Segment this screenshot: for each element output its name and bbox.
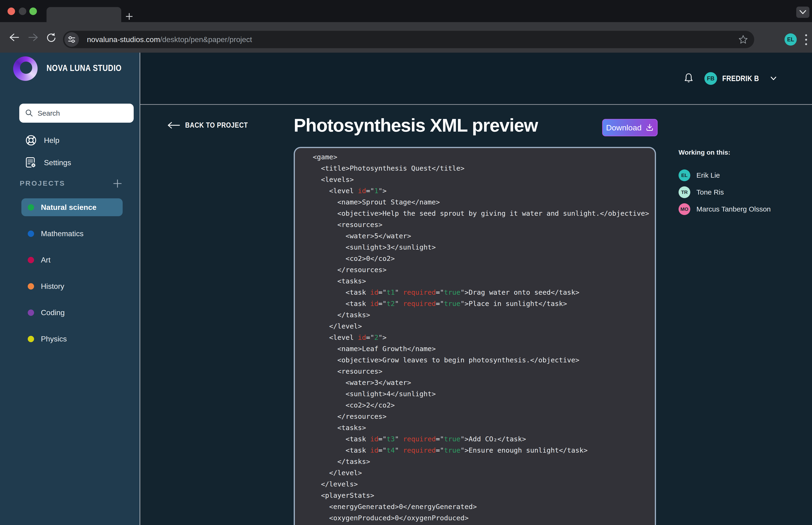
- site-settings-button[interactable]: [64, 32, 79, 47]
- project-label: Art: [41, 256, 50, 265]
- browser-tab-strip: [0, 0, 812, 22]
- sidebar-project-physics[interactable]: Physics: [21, 330, 123, 348]
- code-line: <objective>Grow leaves to begin photosyn…: [313, 355, 655, 366]
- code-line: <game>: [313, 151, 655, 163]
- browser-tab-active[interactable]: [47, 7, 121, 22]
- window-zoom-button[interactable]: [29, 7, 37, 15]
- chevron-down-icon: [799, 10, 807, 15]
- member-avatar: EL: [678, 169, 690, 181]
- user-name: FREDRIK B: [722, 74, 759, 83]
- code-line: </levels>: [313, 479, 655, 490]
- app-window: NOVA LUNA STUDIO Help: [0, 52, 812, 525]
- member-name: Tone Ris: [696, 188, 724, 196]
- notifications-button[interactable]: [683, 73, 694, 84]
- code-line: <title>Photosynthesis Quest</title>: [313, 163, 655, 174]
- reload-button[interactable]: [46, 32, 57, 43]
- back-button[interactable]: [9, 32, 20, 43]
- xml-preview-code[interactable]: <game> <title>Photosynthesis Quest</titl…: [294, 147, 656, 525]
- window-minimize-button[interactable]: [19, 7, 26, 15]
- sidebar-item-settings[interactable]: Settings: [25, 154, 71, 171]
- code-line: </resources>: [313, 411, 655, 422]
- bookmark-button[interactable]: [738, 34, 748, 44]
- code-line: <levels>: [313, 174, 655, 185]
- code-line: <sunlight>3</sunlight>: [313, 242, 655, 253]
- code-line: </level>: [313, 467, 655, 479]
- sidebar-project-coding[interactable]: Coding: [21, 304, 123, 321]
- left-arrow-icon: [167, 122, 181, 129]
- code-line: <resources>: [313, 366, 655, 377]
- url-text[interactable]: novaluna-studios.com/desktop/pen&paper/p…: [87, 35, 252, 44]
- member-row: TRTone Ris: [678, 186, 810, 199]
- address-bar[interactable]: novaluna-studios.com/desktop/pen&paper/p…: [63, 31, 754, 48]
- sidebar: NOVA LUNA STUDIO Help: [0, 52, 140, 525]
- browser-toolbar: novaluna-studios.com/desktop/pen&paper/p…: [0, 22, 812, 52]
- project-label: Natural science: [41, 203, 96, 212]
- search-input[interactable]: [37, 109, 122, 117]
- download-label: Download: [606, 123, 641, 132]
- search-box[interactable]: [19, 104, 134, 123]
- code-line: <water>5</water>: [313, 230, 655, 242]
- forward-arrow-icon: [28, 33, 39, 42]
- sidebar-item-label: Help: [44, 136, 59, 145]
- project-label: Coding: [41, 308, 65, 317]
- project-label: Physics: [41, 335, 67, 343]
- chevron-down-icon: [770, 76, 777, 80]
- user-menu-button[interactable]: [770, 76, 777, 80]
- browser-profile-avatar[interactable]: EL: [784, 33, 797, 46]
- code-line: </tasks>: [313, 309, 655, 320]
- app-topbar: FB FREDRIK B: [140, 52, 812, 105]
- project-color-dot: [28, 204, 34, 211]
- sidebar-project-natural-science[interactable]: Natural science: [21, 198, 123, 216]
- code-line: <level id="2">: [313, 332, 655, 343]
- bell-icon: [683, 73, 694, 84]
- download-button[interactable]: Download: [602, 119, 658, 136]
- member-list: ELErik LieTRTone RisMOMarcus Tanberg Ols…: [678, 169, 810, 216]
- nova-luna-logo: [13, 56, 37, 81]
- code-line: <co2>2</co2>: [313, 400, 655, 411]
- page-title: Photosynthesis XML preview: [294, 112, 538, 138]
- user-avatar[interactable]: FB: [704, 72, 717, 85]
- back-to-project-link[interactable]: BACK TO PROJECT: [167, 118, 258, 133]
- sidebar-project-history[interactable]: History: [21, 277, 123, 295]
- code-line: <name>Sprout Stage</name>: [313, 196, 655, 208]
- code-line: <name>Leaf Growth</name>: [313, 343, 655, 355]
- projects-header: PROJECTS: [20, 178, 65, 189]
- url-path: /desktop/pen&paper/project: [160, 35, 252, 44]
- working-on-this-header: Working on this:: [678, 147, 810, 158]
- code-line: <task id="t4" required="true">Ensure eno…: [313, 445, 655, 456]
- tune-icon: [67, 35, 76, 44]
- project-color-dot: [28, 230, 34, 237]
- code-line: </level>: [313, 320, 655, 332]
- lifebuoy-icon: [25, 134, 37, 146]
- plus-icon: [124, 11, 134, 21]
- add-project-button[interactable]: [112, 178, 123, 189]
- code-line: <playerStats>: [313, 490, 655, 501]
- code-line: <energyGenerated>0</energyGenerated>: [313, 501, 655, 512]
- sidebar-project-mathematics[interactable]: Mathematics: [21, 225, 123, 242]
- project-list: Natural scienceMathematicsArtHistoryCodi…: [21, 198, 123, 356]
- brand-name: NOVA LUNA STUDIO: [47, 62, 122, 74]
- sidebar-item-help[interactable]: Help: [25, 132, 59, 149]
- code-line: <resources>: [313, 219, 655, 230]
- plus-icon: [112, 178, 123, 189]
- sidebar-item-label: Settings: [44, 159, 71, 167]
- project-label: History: [41, 282, 64, 291]
- member-avatar: TR: [678, 186, 690, 198]
- project-color-dot: [28, 336, 34, 342]
- code-line: <sunlight>4</sunlight>: [313, 388, 655, 400]
- forward-button[interactable]: [28, 32, 39, 43]
- code-line: <task id="t1" required="true">Drag water…: [313, 287, 655, 298]
- window-close-button[interactable]: [7, 7, 15, 15]
- tab-search-button[interactable]: [796, 6, 809, 18]
- sidebar-project-art[interactable]: Art: [21, 251, 123, 269]
- star-icon: [738, 34, 748, 44]
- back-to-project-label: BACK TO PROJECT: [185, 121, 248, 130]
- browser-menu-button[interactable]: [805, 33, 808, 46]
- new-tab-button[interactable]: [124, 11, 134, 21]
- code-line: </tasks>: [313, 456, 655, 467]
- project-color-dot: [28, 257, 34, 263]
- project-color-dot: [28, 310, 34, 316]
- code-line: <task id="t3" required="true">Add CO₂</t…: [313, 433, 655, 445]
- reload-icon: [46, 32, 57, 43]
- collaborators-panel: Working on this: ELErik LieTRTone RisMOM…: [678, 147, 810, 220]
